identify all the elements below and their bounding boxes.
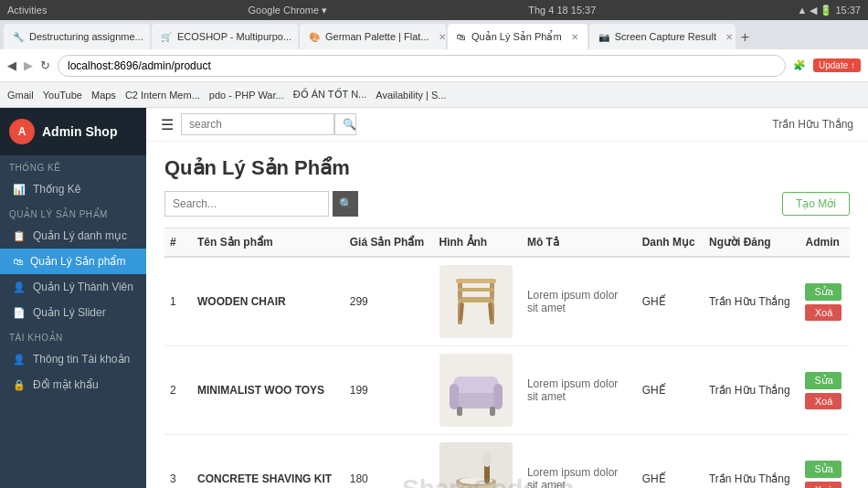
section-title-taikhoan: Tài khoản [0, 325, 146, 346]
search-box: ☰ 🔍 [161, 113, 356, 135]
row-price: 299 [344, 257, 434, 346]
hamburger-icon[interactable]: ☰ [161, 116, 174, 133]
row-poster: Trần Hữu Thắng [704, 435, 800, 489]
svg-rect-14 [490, 407, 495, 416]
extensions-icon: 🧩 [793, 59, 806, 71]
svg-rect-0 [458, 297, 494, 302]
filter-input[interactable] [164, 191, 329, 217]
top-bar: ☰ 🔍 Trần Hữu Thắng [146, 108, 868, 142]
row-poster: Trần Hữu Thắng [704, 346, 800, 435]
row-desc: Lorem ipsum dolor sit amet [522, 257, 637, 346]
sofa-svg [444, 358, 508, 422]
row-name: WOODEN CHAIR [192, 257, 344, 346]
col-header-price: Giá Sản Phẩm [344, 228, 434, 258]
back-button[interactable]: ◀ [7, 58, 16, 72]
tab-german-palette[interactable]: 🎨 German Palette | Flat... ✕ [300, 24, 446, 49]
product-table: # Tên Sản phẩm Giá Sản Phẩm Hình Ảnh Mô … [164, 228, 850, 488]
edit-button[interactable]: Sửa [805, 372, 842, 389]
forward-button[interactable]: ▶ [24, 58, 33, 72]
col-header-name: Tên Sản phẩm [192, 228, 344, 258]
browser-activities: Activities [7, 5, 47, 16]
col-header-admin: Admin [799, 228, 850, 258]
bookmark-c2[interactable]: C2 Intern Mem... [125, 90, 200, 101]
app-container: A Admin Shop Thống Kê 📊 Thống Kê Quản lý… [0, 108, 868, 488]
bookmark-gmail[interactable]: Gmail [7, 90, 34, 101]
address-bar: ◀ ▶ ↻ 🧩 Update ↑ [0, 49, 868, 82]
tab-bar: 🔧 Destructuring assignme... ✕ 🛒 ECOSHOP … [0, 20, 868, 49]
table-row: 3 CONCRETE SHAVING KIT 180 [164, 435, 850, 489]
sidebar-item-doimatkhau[interactable]: 🔒 Đổi mật khẩu [0, 372, 146, 398]
bookmark-maps[interactable]: Maps [91, 90, 116, 101]
bookmark-availability[interactable]: Availability | S... [376, 90, 446, 101]
svg-rect-3 [456, 279, 496, 283]
search-button[interactable]: 🔍 [334, 113, 356, 135]
section-title-sanpham: Quản lý sản phẩm [0, 202, 146, 223]
edit-button[interactable]: Sửa [805, 283, 842, 301]
tab-ecoshop[interactable]: 🛒 ECOSHOP - Multipurpo... ✕ [152, 24, 298, 49]
sidebar-item-sanpham[interactable]: 🛍 Quản Lý Sản phẩm [0, 249, 146, 274]
svg-rect-13 [457, 407, 462, 416]
sidebar-item-thongtin[interactable]: 👤 Thông tin Tài khoản [0, 346, 146, 372]
col-header-category: Danh Mục [637, 228, 704, 258]
delete-button[interactable]: Xoá [805, 393, 842, 409]
sidebar-item-danhmuc[interactable]: 📋 Quản Lý danh mục [0, 223, 146, 249]
sidebar-item-label: Đổi mật khẩu [33, 378, 99, 391]
edit-button[interactable]: Sửa [805, 461, 842, 478]
main-content: ☰ 🔍 Trần Hữu Thắng Quản Lý Sản Phẩm 🔍 Tạ… [146, 108, 868, 488]
tab-destructuring[interactable]: 🔧 Destructuring assignme... ✕ [4, 24, 150, 49]
svg-point-19 [482, 452, 492, 467]
chair-svg [444, 270, 508, 334]
close-icon[interactable]: ✕ [439, 32, 446, 42]
row-desc: Lorem ipsum dolor sit amet [522, 346, 637, 435]
browser-bar: Activities Google Chrome ▾ Thg 4 18 15:3… [0, 0, 868, 20]
reload-button[interactable]: ↻ [40, 58, 50, 72]
tab-screen-capture[interactable]: 📷 Screen Capture Result ✕ [589, 24, 736, 49]
bookmark-dotantotnghiep[interactable]: ĐỒ ÁN TỐT N... [293, 89, 367, 101]
action-buttons: Sửa Xoá [805, 283, 844, 321]
search-input[interactable] [181, 113, 334, 135]
action-buttons: Sửa Xoá [805, 372, 844, 409]
sidebar-item-label: Quản Lý danh mục [33, 229, 127, 242]
col-header-poster: Người Đăng [704, 228, 800, 258]
col-header-image: Hình Ảnh [434, 228, 522, 258]
row-num: 1 [164, 257, 192, 346]
row-desc: Lorem ipsum dolor sit amet [522, 435, 637, 489]
toolbar: 🔍 Tạo Mới [164, 191, 850, 217]
row-poster: Trần Hữu Thắng [704, 257, 800, 346]
col-header-num: # [164, 228, 192, 258]
product-image-sofa [439, 354, 513, 427]
product-icon: 🛍 [13, 256, 23, 267]
lock-icon: 🔒 [13, 379, 26, 391]
delete-button[interactable]: Xoá [805, 482, 842, 489]
close-icon[interactable]: ✕ [725, 32, 733, 42]
create-product-button[interactable]: Tạo Mới [782, 192, 850, 216]
address-input[interactable] [58, 55, 786, 77]
browser-time: Thg 4 18 15:37 [528, 5, 596, 16]
product-image-bowl [439, 442, 513, 488]
sidebar-item-thanhvien[interactable]: 👤 Quản Lý Thành Viên [0, 274, 146, 300]
row-actions: Sửa Xoá [799, 346, 850, 435]
bowl-svg [444, 447, 508, 488]
user-icon: 👤 [13, 281, 26, 293]
update-badge[interactable]: Update ↑ [813, 58, 861, 72]
bookmark-pdo[interactable]: pdo - PHP War... [209, 90, 284, 101]
sidebar-item-thongke[interactable]: 📊 Thống Kê [0, 176, 146, 202]
page-title: Quản Lý Sản Phẩm [164, 156, 850, 180]
col-header-desc: Mô Tả [522, 228, 637, 258]
row-category: GHẾ [637, 257, 704, 346]
row-num: 3 [164, 435, 192, 489]
section-title-thongke: Thống Kê [0, 155, 146, 176]
filter-search-button[interactable]: 🔍 [333, 191, 358, 217]
bookmark-youtube[interactable]: YouTube [43, 90, 82, 101]
avatar: A [9, 119, 35, 144]
new-tab-button[interactable]: + [737, 26, 753, 49]
bookmarks-bar: Gmail YouTube Maps C2 Intern Mem... pdo … [0, 82, 868, 108]
delete-button[interactable]: Xoá [805, 304, 842, 321]
sidebar-logo-text: Admin Shop [42, 124, 117, 139]
sidebar-item-label: Quản Lý Sản phẩm [30, 255, 125, 268]
tab-quan-ly[interactable]: 🛍 Quản Lý Sản Phẩm ✕ [448, 24, 587, 49]
close-icon[interactable]: ✕ [571, 32, 578, 42]
row-image [434, 346, 522, 435]
sidebar-item-slider[interactable]: 📄 Quản Lý Slider [0, 300, 146, 325]
sidebar-header: A Admin Shop [0, 108, 146, 155]
